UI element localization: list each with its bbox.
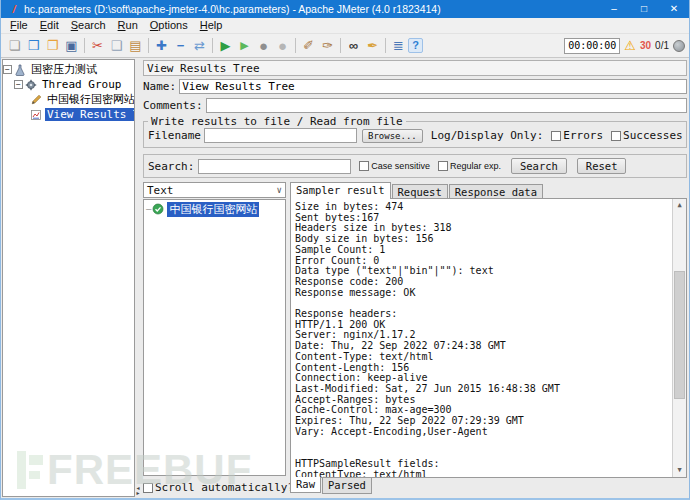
- function-helper-icon[interactable]: ≣: [389, 36, 408, 55]
- results-area: Text ∨ — 中国银行国密网站: [143, 182, 687, 497]
- listener-panel: View Results Tree Name: Comments: Write …: [141, 58, 689, 498]
- start-no-pauses-icon[interactable]: ▶: [235, 36, 254, 55]
- scroll-automatically-checkbox[interactable]: [143, 483, 153, 493]
- tree-node-label: Thread Group: [40, 78, 123, 91]
- split-collapse-icons[interactable]: ◂▸: [135, 486, 141, 496]
- window-title: hc.parameters (D:\soft\apache-jmeter-4.0…: [24, 3, 599, 15]
- maximize-button[interactable]: □: [629, 0, 659, 18]
- scrollbar-thumb[interactable]: [674, 271, 685, 399]
- toolbar-separator: [212, 38, 213, 53]
- test-plan-tree: − 国密压力测试 − Thread Group 中国银行国密网站: [2, 59, 135, 497]
- error-count: 30: [640, 40, 651, 51]
- menu-options[interactable]: Options: [144, 18, 194, 33]
- collapse-all-icon[interactable]: −: [171, 36, 190, 55]
- title-bar: / hc.parameters (D:\soft\apache-jmeter-4…: [1, 0, 689, 18]
- active-threads-count: 0/1: [655, 40, 669, 51]
- page-title: View Results Tree: [143, 60, 687, 76]
- close-button[interactable]: ✕: [659, 0, 689, 18]
- scroll-automatically-row: Scroll automatically?: [143, 478, 286, 497]
- regular-exp-checkbox[interactable]: [438, 161, 448, 171]
- stop-icon[interactable]: ●: [254, 36, 273, 55]
- shutdown-icon[interactable]: ●: [273, 36, 292, 55]
- tree-node-view-results-tree[interactable]: View Results Tree: [30, 107, 134, 122]
- case-sensitive-label: Case sensitive: [371, 161, 430, 171]
- filename-field[interactable]: [204, 128, 357, 143]
- toggle-icon[interactable]: ⇄: [190, 36, 209, 55]
- cut-icon[interactable]: ✂: [88, 36, 107, 55]
- tree-node-http-request[interactable]: 中国银行国密网站: [30, 92, 134, 107]
- tab-response-data[interactable]: Response data: [449, 184, 543, 199]
- scroll-down-icon[interactable]: ▼: [673, 464, 686, 477]
- tree-connector: —: [146, 204, 151, 214]
- case-sensitive-checkbox[interactable]: [359, 161, 369, 171]
- collapse-handle-icon[interactable]: −: [3, 65, 12, 74]
- filename-label: Filename: [148, 129, 201, 142]
- menu-edit[interactable]: Edit: [34, 18, 65, 33]
- tab-request[interactable]: Request: [392, 184, 448, 199]
- http-request-icon: [30, 94, 43, 106]
- window-controls: – □ ✕: [599, 0, 689, 18]
- detail-tabs: Sampler result Request Response data: [290, 182, 687, 199]
- scroll-up-icon[interactable]: ▲: [673, 199, 686, 212]
- results-tree-pane: Text ∨ — 中国银行国密网站: [143, 182, 286, 497]
- sample-label: 中国银行国密网站: [167, 202, 259, 217]
- help-icon[interactable]: ?: [408, 38, 423, 53]
- result-sample-item[interactable]: — 中国银行国密网站: [146, 202, 283, 216]
- toolbar-separator: [295, 38, 296, 53]
- tree-node-thread-group[interactable]: − Thread Group: [14, 77, 134, 92]
- tree-node-label: 中国银行国密网站: [45, 92, 135, 107]
- search-input[interactable]: [198, 159, 351, 174]
- search-binoculars-icon[interactable]: ∞: [344, 36, 363, 55]
- name-field[interactable]: [179, 79, 687, 94]
- view-mode-select[interactable]: Text ∨: [143, 182, 286, 198]
- errors-label: Errors: [563, 129, 603, 142]
- tab-raw[interactable]: Raw: [290, 477, 321, 493]
- successes-checkbox[interactable]: [611, 131, 621, 141]
- tab-sampler-result[interactable]: Sampler result: [290, 182, 391, 199]
- tree-node-label: 国密压力测试: [29, 62, 99, 77]
- templates-icon[interactable]: ❒: [24, 36, 43, 55]
- menu-help[interactable]: Help: [194, 18, 229, 33]
- save-icon[interactable]: ▣: [62, 36, 81, 55]
- minimize-button[interactable]: –: [599, 0, 629, 18]
- expand-all-icon[interactable]: ✚: [152, 36, 171, 55]
- copy-icon[interactable]: ❑: [107, 36, 126, 55]
- comments-field[interactable]: [206, 98, 687, 113]
- search-reset-icon[interactable]: ✒: [363, 36, 382, 55]
- chevron-down-icon: ∨: [277, 185, 282, 195]
- test-plan-icon: [14, 64, 27, 76]
- log-display-label: Log/Display Only:: [431, 129, 544, 142]
- menu-run[interactable]: Run: [112, 18, 144, 33]
- name-row: Name:: [143, 78, 687, 95]
- thread-group-icon: [25, 79, 38, 91]
- regular-exp-row: Regular exp.: [438, 161, 501, 171]
- tree-node-label: View Results Tree: [45, 108, 135, 121]
- browse-button[interactable]: Browse...: [362, 129, 423, 143]
- scroll-automatically-label: Scroll automatically?: [155, 481, 294, 494]
- results-detail-pane: Sampler result Request Response data Siz…: [290, 182, 687, 497]
- menu-file[interactable]: File: [4, 18, 34, 33]
- main-area: − 国密压力测试 − Thread Group 中国银行国密网站: [1, 58, 689, 498]
- new-file-icon[interactable]: ❏: [5, 36, 24, 55]
- menu-search[interactable]: Search: [65, 18, 112, 33]
- paste-icon[interactable]: ▤: [126, 36, 145, 55]
- jmeter-window: / hc.parameters (D:\soft\apache-jmeter-4…: [0, 0, 690, 500]
- clear-all-icon[interactable]: ✑: [318, 36, 337, 55]
- sampler-result-text[interactable]: Size in bytes: 474 Sent bytes:167 Header…: [291, 199, 672, 477]
- warning-icon[interactable]: ⚠: [624, 38, 636, 53]
- tab-parsed[interactable]: Parsed: [322, 478, 372, 494]
- errors-checkbox[interactable]: [551, 131, 561, 141]
- split-divider[interactable]: ◂▸: [135, 58, 141, 498]
- open-folder-icon[interactable]: ❐: [43, 36, 62, 55]
- clear-icon[interactable]: ✐: [299, 36, 318, 55]
- listener-graph-icon: [30, 109, 43, 121]
- view-mode-value: Text: [147, 184, 174, 197]
- collapse-handle-icon[interactable]: −: [14, 80, 23, 89]
- tree-node-test-plan[interactable]: − 国密压力测试: [3, 62, 134, 77]
- threads-indicator-icon: [673, 40, 685, 52]
- reset-button[interactable]: Reset: [577, 158, 627, 174]
- comments-row: Comments:: [143, 97, 687, 114]
- vertical-scrollbar[interactable]: ▲ ▼: [672, 199, 686, 477]
- search-button[interactable]: Search: [511, 158, 567, 174]
- start-icon[interactable]: ▶: [216, 36, 235, 55]
